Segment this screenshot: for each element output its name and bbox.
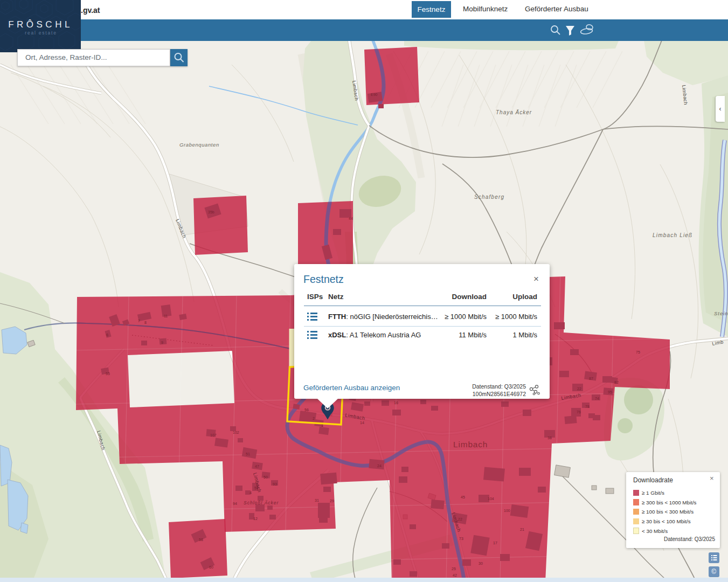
svg-text:Limbach: Limbach	[453, 440, 488, 449]
svg-text:95: 95	[608, 390, 612, 394]
svg-text:4: 4	[249, 491, 252, 495]
svg-text:44: 44	[349, 217, 353, 220]
svg-text:74: 74	[595, 397, 599, 400]
svg-text:17: 17	[493, 541, 497, 545]
svg-text:Schafberg: Schafberg	[474, 194, 504, 200]
svg-text:47: 47	[255, 465, 259, 468]
svg-text:93: 93	[273, 482, 277, 486]
svg-text:87: 87	[589, 377, 593, 380]
svg-text:25: 25	[452, 567, 456, 571]
svg-text:60: 60	[209, 565, 213, 569]
svg-text:Stein: Stein	[714, 310, 728, 316]
svg-text:51: 51	[246, 452, 250, 456]
svg-text:FRÔSCHL: FRÔSCHL	[8, 19, 73, 30]
svg-text:14: 14	[360, 421, 364, 425]
svg-text:76: 76	[577, 410, 581, 414]
svg-text:58: 58	[199, 538, 203, 542]
svg-text:82: 82	[614, 380, 619, 384]
svg-text:73: 73	[459, 537, 463, 541]
svg-text:35b: 35b	[208, 210, 214, 214]
svg-text:16: 16	[394, 401, 398, 405]
svg-text:38: 38	[547, 436, 552, 440]
svg-text:7: 7	[138, 319, 140, 323]
svg-text:Schloßl Äcker: Schloßl Äcker	[244, 500, 279, 505]
svg-text:Grabenquanten: Grabenquanten	[179, 142, 219, 148]
svg-text:9: 9	[161, 341, 163, 344]
svg-text:Thaya Äcker: Thaya Äcker	[496, 109, 532, 115]
svg-text:104: 104	[488, 497, 494, 501]
svg-text:8: 8	[144, 321, 147, 324]
svg-text:24: 24	[377, 464, 382, 468]
svg-text:42: 42	[453, 573, 457, 577]
svg-text:E90: E90	[371, 93, 378, 96]
svg-text:22: 22	[577, 387, 581, 391]
svg-text:21: 21	[520, 528, 524, 531]
svg-text:75: 75	[636, 350, 640, 354]
svg-text:45: 45	[461, 495, 465, 499]
svg-text:11: 11	[164, 314, 168, 318]
svg-text:107: 107	[210, 433, 217, 437]
svg-text:55: 55	[106, 372, 110, 376]
svg-text:29: 29	[330, 499, 334, 503]
svg-text:94: 94	[233, 502, 237, 505]
svg-text:6: 6	[106, 333, 108, 337]
svg-text:56: 56	[304, 408, 309, 412]
svg-text:100: 100	[504, 509, 510, 512]
svg-text:real estate: real estate	[25, 30, 57, 36]
svg-text:30: 30	[479, 562, 483, 565]
svg-text:78: 78	[585, 405, 590, 408]
svg-text:31: 31	[315, 498, 319, 502]
svg-text:102: 102	[233, 431, 239, 434]
svg-text:12: 12	[253, 517, 258, 521]
svg-text:50: 50	[264, 475, 268, 479]
svg-text:Limbach Ließ: Limbach Ließ	[653, 232, 692, 238]
svg-text:2: 2	[313, 417, 315, 420]
